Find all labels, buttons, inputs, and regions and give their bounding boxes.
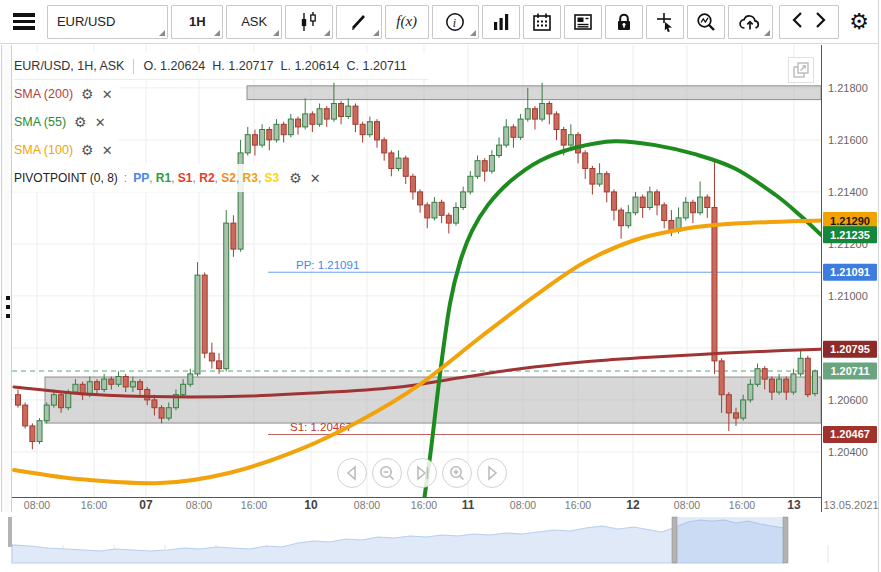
price-tick: 1.21400 [828,186,868,198]
svg-text:1.21091: 1.21091 [830,266,870,278]
crosshair-button[interactable] [646,5,684,39]
zoom-in-icon [445,461,469,485]
time-tick: 12 [626,498,640,512]
go-to-end-button[interactable] [407,458,437,488]
indicator-row-100: SMA (100)⚙✕ [14,136,119,164]
navigator-minimap[interactable] [0,515,878,565]
zoom-mode-button[interactable] [687,5,725,39]
open-value: O. 1.20624 [143,59,205,73]
time-tick: 16:00 [729,499,755,511]
indicator-label: SMA (100) [14,143,73,157]
time-tick: 11 [462,498,475,512]
chevron-left-icon [791,11,805,29]
pivot-level-r2: R2 [199,171,214,185]
indicator-row-200: SMA (200)⚙✕ [14,80,119,108]
time-tick: 08:00 [510,499,536,511]
info-button[interactable]: i [432,5,480,39]
drag-grip[interactable] [4,296,11,318]
symbol-select[interactable]: EUR/USD [47,5,169,39]
lock-icon [613,11,635,33]
gear-icon[interactable]: ⚙ [74,115,87,129]
navigator-left-notch[interactable] [8,517,12,547]
time-axis[interactable]: 08:0016:000708:0016:001008:0016:001108:0… [0,497,878,512]
scroll-right-button[interactable] [809,11,831,32]
zoom-out-button[interactable] [372,458,402,488]
chevron-down-icon [159,30,165,36]
svg-text:1.20795: 1.20795 [830,343,870,355]
close-icon[interactable]: ✕ [310,172,321,185]
indicators-button[interactable]: f(x) [385,5,429,39]
pivotpoint-legend-row: PIVOTPOINT (0, 8) : PP, R1, S1, R2, S2, … [14,164,327,192]
chevron-down-icon [214,30,220,36]
news-icon [572,11,594,33]
chart-area[interactable]: PP: 1.21091S1: 1.2046708:0016:000708:001… [0,45,878,512]
popout-icon [792,61,810,79]
gear-icon[interactable]: ⚙ [289,171,302,185]
pivotpoint-label: PIVOTPOINT (0, 8) [14,171,118,185]
chart-header-row: EUR/USD, 1H, ASK O. 1.20624 H. 1.20717 L… [14,53,428,80]
play-button[interactable] [477,458,507,488]
calendar-button[interactable] [523,5,561,39]
chevron-right-icon [813,11,827,29]
indicator-row-55: SMA (55)⚙✕ [14,108,112,136]
close-icon[interactable]: ✕ [102,144,113,157]
sma200-badge: 1.20795 [823,341,877,358]
sma55-badge: 1.21235 [823,226,877,243]
time-tick: 16:00 [565,499,591,511]
info-icon: i [444,11,466,33]
navigator-window[interactable] [676,517,784,563]
svg-text:1.21290: 1.21290 [830,215,870,227]
svg-text:1.21235: 1.21235 [830,229,870,241]
navigator-left-handle[interactable] [672,517,677,563]
pivot-level-s2: S2 [221,171,236,185]
navigator-area [12,520,784,563]
close-icon[interactable]: ✕ [95,116,106,129]
instrument-label: EUR/USD, 1H, ASK [14,59,124,73]
scroll-left-button[interactable] [787,11,809,32]
popout-button[interactable] [788,57,814,83]
chevron-down-icon [373,30,379,36]
chevron-down-icon [273,30,279,36]
menu-button[interactable] [4,5,44,39]
svg-text:1.20467: 1.20467 [830,428,870,440]
toolbar: EUR/USD 1H ASK f(x) [0,0,878,44]
chart-type-candlestick-icon [298,11,320,33]
gear-icon[interactable]: ⚙ [81,87,94,101]
news-button[interactable] [564,5,602,39]
gear-icon[interactable]: ⚙ [81,143,94,157]
zoom-out-icon [375,461,399,485]
date-label: 13.05.2021 [823,499,878,511]
function-icon: f(x) [396,13,417,30]
draw-tools-button[interactable] [336,5,382,39]
price-type-select[interactable]: ASK [226,5,282,39]
pivot-level-s3: S3 [265,171,280,185]
range-navigator[interactable] [0,515,878,565]
close-icon[interactable]: ✕ [102,88,113,101]
history-nav-group [779,5,839,39]
step-back-button[interactable] [337,458,367,488]
timeframe-select[interactable]: 1H [171,5,223,39]
indicator-label: SMA (200) [14,87,73,101]
time-tick: 13 [787,498,801,512]
pivot-level-r3: R3 [243,171,258,185]
pivot-pp-badge: 1.21091 [823,264,877,281]
upload-button[interactable] [728,5,774,39]
price-axis[interactable]: 1.218001.216001.214001.212001.210001.208… [822,45,879,512]
gear-icon: ⚙ [849,9,869,34]
symbol-label: EUR/USD [57,14,116,29]
bar-stats-icon [490,11,512,33]
lock-button[interactable] [605,5,643,39]
settings-button[interactable]: ⚙ [842,5,876,39]
time-tick: 08:00 [186,499,212,511]
navigator-right-handle[interactable] [783,517,788,563]
high-value: H. 1.20717 [212,59,273,73]
price-tick: 1.21800 [828,82,868,94]
pivot-levels: PP, R1, S1, R2, S2, R3, S3 [133,171,279,185]
price-type-label: ASK [241,14,267,29]
chart-legend: EUR/USD, 1H, ASK O. 1.20624 H. 1.20717 L… [14,53,428,192]
pivot-s1-badge: 1.20467 [823,426,877,443]
chart-type-button[interactable] [285,5,333,39]
stats-button[interactable] [482,5,520,39]
zoom-in-button[interactable] [442,458,472,488]
pivot-level-r1: R1 [156,171,171,185]
